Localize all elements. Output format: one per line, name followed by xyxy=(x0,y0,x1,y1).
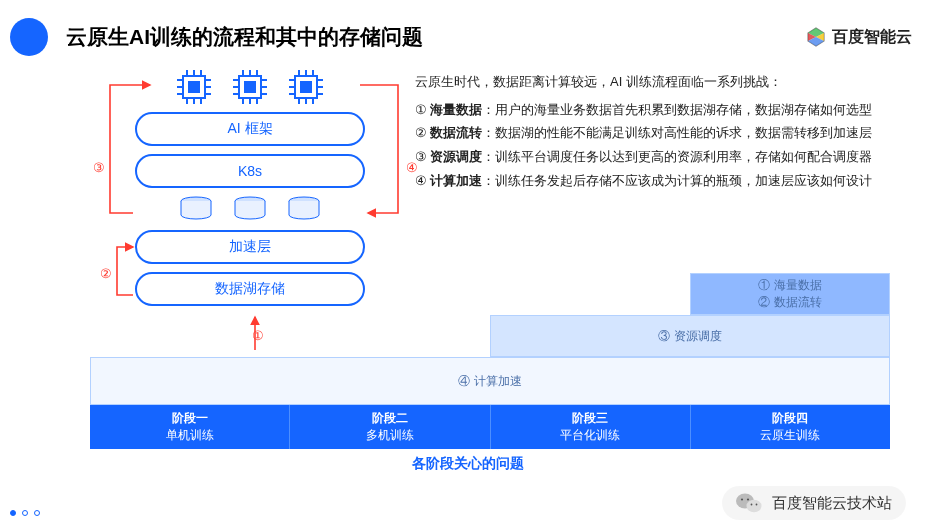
desc-lead: 云原生时代，数据距离计算较远，AI 训练流程面临一系列挑战： xyxy=(415,70,910,95)
layer-accel: 加速层 xyxy=(135,230,365,264)
desc-item: ② 数据流转：数据湖的性能不能满足训练对高性能的诉求，数据需转移到加速层 xyxy=(415,122,910,146)
layer-datalake: 数据湖存储 xyxy=(135,272,365,306)
page-dot xyxy=(10,510,16,516)
desc-item: ① 海量数据：用户的海量业务数据首先积累到数据湖存储，数据湖存储如何选型 xyxy=(415,99,910,123)
brand-logo: 百度智能云 xyxy=(806,27,912,48)
layer-k8s: K8s xyxy=(135,154,365,188)
svg-rect-6 xyxy=(188,81,200,93)
chip-icon xyxy=(177,70,211,104)
page-indicator xyxy=(10,510,40,516)
stages-bar: 阶段一单机训练 阶段二多机训练 阶段三平台化训练 阶段四云原生训练 xyxy=(90,405,890,449)
desc-item: ③ 资源调度：训练平台调度任务以达到更高的资源利用率，存储如何配合调度器 xyxy=(415,146,910,170)
wechat-icon xyxy=(736,492,762,514)
arrow-label-2: ② xyxy=(100,266,112,281)
chip-icon xyxy=(233,70,267,104)
desc-item: ④ 计算加速：训练任务发起后存储不应该成为计算的瓶颈，加速层应该如何设计 xyxy=(415,170,910,194)
svg-point-56 xyxy=(756,504,758,506)
cylinder-icon xyxy=(233,196,267,222)
stage-1: 阶段一单机训练 xyxy=(90,405,290,449)
architecture-diagram: AI 框架 K8s 加速层 数据湖存储 xyxy=(115,70,385,314)
stair-mid: ③ 资源调度 xyxy=(490,315,890,357)
svg-point-55 xyxy=(751,504,753,506)
wechat-attribution: 百度智能云技术站 xyxy=(722,486,906,520)
page-dot xyxy=(34,510,40,516)
description-block: 云原生时代，数据距离计算较远，AI 训练流程面临一系列挑战： ① 海量数据：用户… xyxy=(415,70,910,194)
chip-row xyxy=(115,70,385,104)
stage-2: 阶段二多机训练 xyxy=(290,405,490,449)
arrow-label-1: ① xyxy=(252,328,264,343)
stair-label: ③ 资源调度 xyxy=(658,328,721,345)
cylinder-icon xyxy=(287,196,321,222)
wechat-text: 百度智能云技术站 xyxy=(772,494,892,513)
svg-rect-34 xyxy=(300,81,312,93)
title-dot xyxy=(10,18,48,56)
svg-point-54 xyxy=(747,498,749,500)
stage-3: 阶段三平台化训练 xyxy=(491,405,691,449)
page-dot xyxy=(22,510,28,516)
cylinder-row xyxy=(115,196,385,222)
stage-4: 阶段四云原生训练 xyxy=(691,405,890,449)
svg-rect-20 xyxy=(244,81,256,93)
baidu-cloud-icon xyxy=(806,27,826,47)
arrow-label-3: ③ xyxy=(93,160,105,175)
svg-point-52 xyxy=(747,500,762,512)
stair-top: ① 海量数据② 数据流转 xyxy=(690,273,890,315)
stair-label: ④ 计算加速 xyxy=(458,373,521,390)
svg-point-53 xyxy=(741,498,743,500)
stair-bottom: ④ 计算加速 xyxy=(90,357,890,405)
page-title: 云原生AI训练的流程和其中的存储问题 xyxy=(66,23,423,51)
stair-label: ② 数据流转 xyxy=(758,294,821,311)
layer-ai-framework: AI 框架 xyxy=(135,112,365,146)
cylinder-icon xyxy=(179,196,213,222)
brand-text: 百度智能云 xyxy=(832,27,912,48)
chip-icon xyxy=(289,70,323,104)
header: 云原生AI训练的流程和其中的存储问题 百度智能云 xyxy=(0,0,936,56)
footer-caption: 各阶段关心的问题 xyxy=(0,455,936,473)
stair-label: ① 海量数据 xyxy=(758,277,821,294)
